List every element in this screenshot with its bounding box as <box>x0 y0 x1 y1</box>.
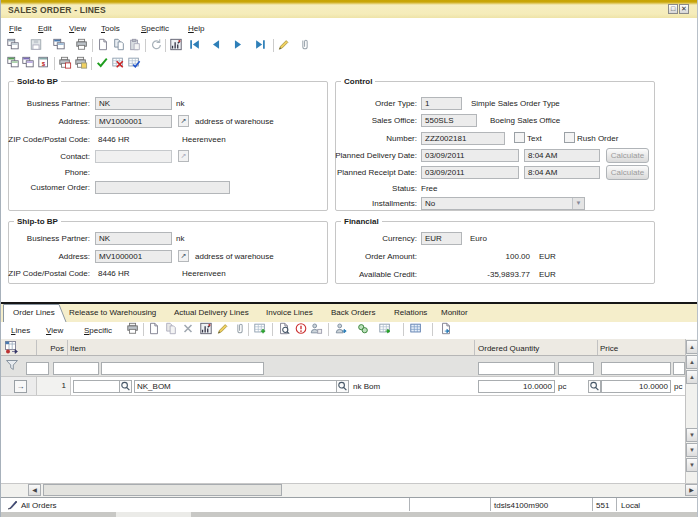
filter-pos-input[interactable] <box>26 362 49 375</box>
currency-field[interactable]: EUR <box>421 232 462 245</box>
tab-release-to-warehousing[interactable]: Release to Warehousing <box>69 308 156 317</box>
paste-icon[interactable] <box>128 38 144 53</box>
attachment-icon[interactable] <box>233 322 249 337</box>
last-record-icon[interactable] <box>253 38 269 53</box>
grid-column-item[interactable]: Item <box>70 344 86 353</box>
filter-item-input[interactable] <box>101 362 264 375</box>
filter-price-unit-input[interactable] <box>673 362 685 375</box>
menu-edit[interactable]: Edit <box>38 24 52 33</box>
grid-column-price[interactable]: Price <box>600 344 618 353</box>
installments-dropdown-arrow-icon[interactable]: ▼ <box>572 198 584 209</box>
insert-group-icon[interactable] <box>6 56 22 71</box>
quantity-unit-zoom-icon[interactable] <box>588 380 601 393</box>
filter-quantity-unit-input[interactable] <box>558 362 594 375</box>
doc-go-icon[interactable] <box>439 322 455 337</box>
sold-to-business-partner-field[interactable]: NK <box>95 97 172 110</box>
tab-relations[interactable]: Relations <box>394 308 427 317</box>
chart-icon[interactable] <box>199 322 215 337</box>
calculate-receipt-button[interactable]: Calculate <box>606 165 649 180</box>
copy-gray-icon[interactable] <box>164 322 180 337</box>
scroll-pageup-button[interactable]: ▲ <box>686 355 698 369</box>
new-document-icon[interactable] <box>147 322 163 337</box>
lines-menu-lines[interactable]: Lines <box>11 326 30 335</box>
error-icon[interactable] <box>294 322 310 337</box>
window-cascade-icon[interactable] <box>6 38 22 53</box>
planned-receipt-date-field[interactable]: 03/09/2011 <box>421 166 519 179</box>
order-type-field[interactable]: 1 <box>421 97 462 110</box>
delete-gray-icon[interactable] <box>181 322 197 337</box>
grid-column-ordered-quantity[interactable]: Ordered Quantity <box>478 344 539 353</box>
edit-text-icon[interactable] <box>216 322 232 337</box>
sold-to-address-browse-icon[interactable]: ↗ <box>178 115 189 127</box>
row-item-code-field[interactable]: NK_BOM <box>134 380 349 393</box>
scroll-bottom-button[interactable]: ▼ <box>686 458 698 472</box>
window-new-icon[interactable] <box>52 38 68 53</box>
lines-menu-view[interactable]: View <box>46 326 63 335</box>
person-link-icon[interactable] <box>309 322 325 337</box>
sold-to-customer-order-field[interactable] <box>95 181 230 194</box>
calculate-delivery-button[interactable]: Calculate <box>606 148 649 163</box>
print-labels-icon[interactable] <box>74 56 90 71</box>
new-document-icon[interactable] <box>96 38 112 53</box>
sold-to-address-field[interactable]: MV1000001 <box>95 115 172 128</box>
tab-back-orders[interactable]: Back Orders <box>331 308 375 317</box>
planned-receipt-time-field[interactable]: 8:04 AM <box>524 166 600 179</box>
menu-file[interactable]: File <box>9 24 22 33</box>
close-button[interactable]: ✕ <box>679 4 689 14</box>
installments-dropdown[interactable]: No <box>421 197 585 210</box>
row-quantity-field[interactable]: 10.0000 <box>478 380 555 393</box>
tab-order-lines-label[interactable]: Order Lines <box>13 308 55 317</box>
next-record-icon[interactable] <box>231 38 247 53</box>
ship-to-address-field[interactable]: MV1000001 <box>95 250 172 263</box>
scroll-up-button[interactable]: ▲ <box>686 370 698 384</box>
row-price-field[interactable]: 10.0000 <box>601 380 671 393</box>
menu-help[interactable]: Help <box>188 24 204 33</box>
print-doc-icon[interactable] <box>58 56 74 71</box>
row-expand-icon[interactable]: → <box>14 380 27 393</box>
ship-to-business-partner-field[interactable]: NK <box>95 232 172 245</box>
scroll-right-icon[interactable]: ▶ <box>685 484 698 496</box>
planned-delivery-time-field[interactable]: 8:04 AM <box>524 149 600 162</box>
rush-order-checkbox[interactable] <box>564 132 575 143</box>
planned-delivery-date-field[interactable]: 03/09/2011 <box>421 149 519 162</box>
menu-specific[interactable]: Specific <box>141 24 169 33</box>
scrollbar-thumb[interactable] <box>43 484 282 496</box>
check-table-icon[interactable] <box>127 56 143 71</box>
tab-monitor[interactable]: Monitor <box>441 308 468 317</box>
scroll-pagedown-button[interactable]: ▼ <box>686 443 698 457</box>
reject-table-icon[interactable] <box>111 56 127 71</box>
zoom-document-icon[interactable] <box>277 322 293 337</box>
lines-menu-specific[interactable]: Specific <box>84 326 112 335</box>
sold-to-contact-field[interactable] <box>95 150 172 163</box>
prev-record-icon[interactable] <box>209 38 225 53</box>
copy-icon[interactable] <box>112 38 128 53</box>
tab-actual-delivery-lines[interactable]: Actual Delivery Lines <box>174 308 249 317</box>
text-checkbox[interactable] <box>514 132 525 143</box>
insert-row-icon[interactable] <box>4 340 19 356</box>
scroll-top-button[interactable]: ▲ <box>686 340 698 354</box>
edit-text-icon[interactable] <box>277 38 293 53</box>
restore-button[interactable]: □ <box>668 4 678 14</box>
insert-table-icon[interactable] <box>253 322 269 337</box>
sales-office-field[interactable]: 550SLS <box>421 114 477 127</box>
print-icon[interactable] <box>75 38 91 53</box>
row-pos-cell[interactable]: 1 <box>37 377 71 395</box>
grid-column-pos[interactable]: Pos <box>37 344 64 353</box>
filter-icon[interactable] <box>5 358 19 374</box>
approve-icon[interactable] <box>95 56 111 71</box>
process-green-icon[interactable] <box>356 322 372 337</box>
filter-item-prefix-input[interactable] <box>53 362 99 375</box>
filter-price-input[interactable] <box>601 362 671 375</box>
menu-tools[interactable]: Tools <box>101 24 120 33</box>
item-code-zoom-icon[interactable] <box>336 380 349 393</box>
person-go-icon[interactable] <box>334 322 350 337</box>
number-field[interactable]: ZZZ002181 <box>421 132 505 145</box>
ship-to-address-browse-icon[interactable]: ↗ <box>178 250 189 262</box>
first-record-icon[interactable] <box>188 38 204 53</box>
scroll-left-icon[interactable]: ◀ <box>28 484 41 496</box>
table-grid-icon[interactable] <box>409 322 425 337</box>
item-prefix-zoom-icon[interactable] <box>119 380 132 393</box>
attachment-icon[interactable] <box>298 38 314 53</box>
print-icon[interactable] <box>126 322 142 337</box>
refresh-icon[interactable] <box>149 38 165 53</box>
